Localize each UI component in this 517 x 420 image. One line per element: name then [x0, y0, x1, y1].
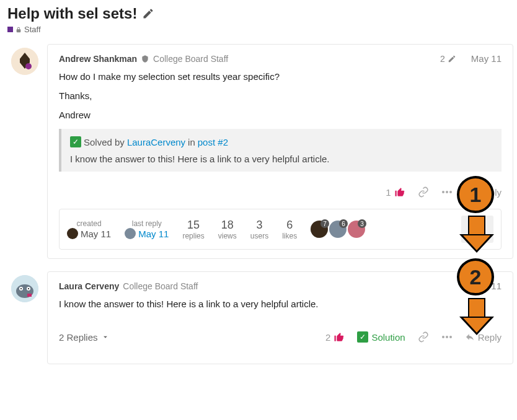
- category-row: Staff: [7, 25, 510, 34]
- thumbs-up-icon: [394, 186, 405, 198]
- more-actions-button[interactable]: [441, 335, 453, 339]
- stat-likes: 6 likes: [282, 219, 297, 240]
- edit-title-icon[interactable]: [142, 7, 154, 20]
- mini-avatar: [125, 228, 136, 239]
- solved-post-link[interactable]: post #2: [198, 137, 228, 147]
- stat-label: created: [67, 219, 111, 228]
- body-line: I know the answer to this! Here is a lin…: [59, 299, 502, 309]
- annotation-marker-1: 1: [457, 176, 494, 213]
- lock-icon: [15, 27, 22, 33]
- ellipsis-icon: [441, 335, 453, 339]
- post-header: Andrew Shankman College Board Staff 2 Ma…: [59, 53, 502, 64]
- solution-button[interactable]: ✓ Solution: [357, 331, 405, 343]
- post-date[interactable]: May 11: [471, 53, 502, 64]
- author-title: College Board Staff: [123, 281, 198, 291]
- solved-header: ✓ Solved by LauraCerveny in post #2: [70, 136, 493, 147]
- stat-label: likes: [282, 232, 297, 240]
- chevron-down-icon: [101, 333, 110, 341]
- stat-number: 18: [218, 219, 237, 232]
- author-avatar[interactable]: [11, 275, 38, 302]
- more-actions-button[interactable]: [441, 190, 453, 194]
- post-card: Laura Cerveny College Board Staff May 11…: [47, 271, 513, 364]
- svg-rect-11: [27, 294, 32, 297]
- share-link-button[interactable]: [418, 331, 429, 343]
- check-icon: ✓: [357, 331, 368, 343]
- annotation-marker-2: 2: [457, 258, 494, 295]
- annotation-arrow-2: [459, 298, 494, 335]
- replies-count-label: 2 Replies: [59, 332, 98, 343]
- mini-avatar: [67, 228, 78, 239]
- solver-link[interactable]: LauraCerveny: [127, 137, 185, 147]
- category-color-badge: [7, 27, 13, 32]
- solution-label: Solution: [371, 332, 405, 343]
- author-title: College Board Staff: [153, 54, 228, 64]
- participant-count-badge: 6: [339, 219, 348, 228]
- stat-number: 6: [282, 219, 297, 232]
- body-line: Thanks,: [59, 90, 502, 101]
- svg-point-2: [442, 191, 444, 193]
- topic-stats-bar: created May 11 last reply May 11 15 repl…: [59, 209, 502, 250]
- author-name[interactable]: Andrew Shankman: [59, 54, 137, 64]
- author-avatar[interactable]: [11, 48, 38, 75]
- link-icon: [418, 186, 429, 198]
- stat-users: 3 users: [250, 219, 268, 240]
- share-link-button[interactable]: [418, 186, 429, 198]
- solved-prefix: Solved by: [84, 137, 125, 147]
- stat-value: May 11: [125, 228, 169, 239]
- body-line: Andrew: [59, 110, 502, 120]
- svg-point-10: [28, 288, 29, 289]
- solved-preview: I know the answer to this! Here is a lin…: [70, 154, 493, 164]
- solved-summary-box: ✓ Solved by LauraCerveny in post #2 I kn…: [59, 129, 502, 172]
- link-icon: [418, 331, 429, 343]
- participant-avatar[interactable]: 6: [329, 221, 347, 238]
- moderator-shield-icon: [141, 55, 149, 63]
- stat-last-reply[interactable]: last reply May 11: [125, 219, 169, 239]
- svg-point-4: [449, 191, 452, 193]
- participant-avatar[interactable]: 3: [348, 221, 365, 238]
- stat-value: May 11: [67, 228, 111, 239]
- stat-number: 3: [250, 219, 268, 232]
- topic-header: Help with sel sets! Staff: [0, 0, 517, 38]
- topic-title-text: Help with sel sets!: [7, 5, 137, 22]
- svg-point-12: [442, 336, 444, 338]
- participant-avatar[interactable]: 7: [311, 221, 328, 238]
- participant-count-badge: 7: [320, 219, 329, 228]
- post-header: Laura Cerveny College Board Staff May 11: [59, 281, 502, 291]
- like-count: 2: [325, 332, 330, 343]
- check-icon: ✓: [70, 136, 81, 147]
- participants: 7 6 3: [311, 221, 365, 238]
- edit-count-number: 2: [440, 54, 445, 64]
- pencil-icon: [448, 55, 456, 63]
- avatar-column: [11, 44, 38, 259]
- post-actions: 1 Reply: [59, 186, 502, 198]
- participant-count-badge: 3: [358, 219, 366, 228]
- svg-point-1: [25, 63, 32, 69]
- stat-label: replies: [182, 232, 204, 240]
- avatar-column: [11, 271, 38, 364]
- stat-views: 18 views: [218, 219, 237, 240]
- solved-in: in: [188, 137, 195, 147]
- stat-number: 15: [182, 219, 204, 232]
- stat-label: last reply: [125, 219, 169, 228]
- thumbs-up-icon: [334, 331, 345, 343]
- ellipsis-icon: [441, 190, 453, 194]
- svg-point-3: [446, 191, 448, 193]
- body-line: How do I make my selection set results y…: [59, 71, 502, 82]
- like-button[interactable]: 1: [386, 186, 405, 198]
- edit-history[interactable]: 2: [440, 54, 456, 64]
- post-1: Andrew Shankman College Board Staff 2 Ma…: [0, 38, 517, 259]
- like-button[interactable]: 2: [325, 331, 345, 343]
- post-2: Laura Cerveny College Board Staff May 11…: [0, 265, 517, 364]
- post-body: How do I make my selection set results y…: [59, 71, 502, 120]
- svg-point-13: [446, 336, 448, 338]
- category-name[interactable]: Staff: [24, 25, 41, 34]
- author-name[interactable]: Laura Cerveny: [59, 281, 119, 291]
- stat-label: views: [218, 232, 237, 240]
- topic-title-row: Help with sel sets!: [7, 5, 510, 22]
- post-card: Andrew Shankman College Board Staff 2 Ma…: [47, 44, 513, 259]
- replies-expand-toggle[interactable]: 2 Replies: [59, 332, 110, 343]
- svg-point-14: [449, 336, 452, 338]
- annotation-arrow-1: [459, 216, 494, 253]
- stat-created: created May 11: [67, 219, 111, 239]
- stat-label: users: [250, 232, 268, 240]
